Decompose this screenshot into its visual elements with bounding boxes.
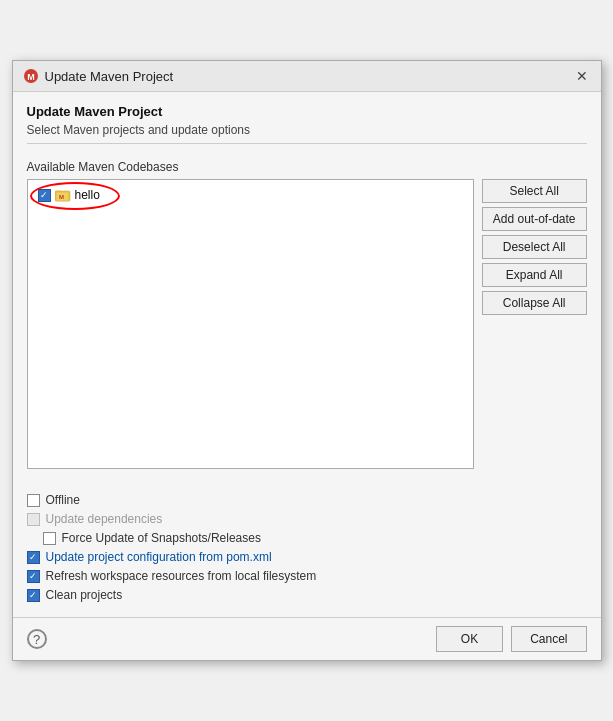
update-maven-dialog: M Update Maven Project ✕ Update Maven Pr… bbox=[12, 60, 602, 661]
expand-all-button[interactable]: Expand All bbox=[482, 263, 587, 287]
dialog-header: Update Maven Project Select Maven projec… bbox=[13, 92, 601, 150]
codebase-item-hello[interactable]: M hello bbox=[34, 186, 467, 204]
clean-projects-label: Clean projects bbox=[46, 588, 123, 602]
update-config-checkbox[interactable] bbox=[27, 551, 40, 564]
codebase-area: M hello Select All Add out-of-date Desel… bbox=[27, 179, 587, 469]
option-force-update: Force Update of Snapshots/Releases bbox=[27, 531, 587, 545]
title-bar-left: M Update Maven Project bbox=[23, 68, 174, 84]
dialog-body: Available Maven Codebases M bbox=[13, 150, 601, 493]
offline-checkbox[interactable] bbox=[27, 494, 40, 507]
header-divider bbox=[27, 143, 587, 144]
select-all-button[interactable]: Select All bbox=[482, 179, 587, 203]
close-button[interactable]: ✕ bbox=[573, 67, 591, 85]
maven-icon: M bbox=[23, 68, 39, 84]
help-button[interactable]: ? bbox=[27, 629, 47, 649]
cancel-button[interactable]: Cancel bbox=[511, 626, 586, 652]
update-deps-label: Update dependencies bbox=[46, 512, 163, 526]
svg-text:M: M bbox=[59, 194, 64, 200]
force-update-label: Force Update of Snapshots/Releases bbox=[62, 531, 261, 545]
ok-button[interactable]: OK bbox=[436, 626, 503, 652]
folder-icon: M bbox=[55, 188, 71, 202]
update-deps-checkbox bbox=[27, 513, 40, 526]
option-offline: Offline bbox=[27, 493, 587, 507]
option-update-deps: Update dependencies bbox=[27, 512, 587, 526]
option-update-config: Update project configuration from pom.xm… bbox=[27, 550, 587, 564]
update-config-label: Update project configuration from pom.xm… bbox=[46, 550, 272, 564]
header-subtitle: Select Maven projects and update options bbox=[27, 123, 587, 137]
clean-projects-checkbox[interactable] bbox=[27, 589, 40, 602]
header-title: Update Maven Project bbox=[27, 104, 587, 119]
svg-text:M: M bbox=[27, 72, 35, 82]
title-bar: M Update Maven Project ✕ bbox=[13, 61, 601, 92]
add-out-of-date-button[interactable]: Add out-of-date bbox=[482, 207, 587, 231]
codebase-list[interactable]: M hello bbox=[27, 179, 474, 469]
folder-svg: M bbox=[55, 188, 71, 202]
options-section: Offline Update dependencies Force Update… bbox=[13, 493, 601, 617]
option-refresh-workspace: Refresh workspace resources from local f… bbox=[27, 569, 587, 583]
hello-label: hello bbox=[75, 188, 100, 202]
option-clean-projects: Clean projects bbox=[27, 588, 587, 602]
hello-checkbox[interactable] bbox=[38, 189, 51, 202]
refresh-workspace-checkbox[interactable] bbox=[27, 570, 40, 583]
collapse-all-button[interactable]: Collapse All bbox=[482, 291, 587, 315]
section-label: Available Maven Codebases bbox=[27, 160, 587, 174]
dialog-title: Update Maven Project bbox=[45, 69, 174, 84]
deselect-all-button[interactable]: Deselect All bbox=[482, 235, 587, 259]
dialog-footer: ? OK Cancel bbox=[13, 617, 601, 660]
footer-buttons: OK Cancel bbox=[436, 626, 587, 652]
side-buttons: Select All Add out-of-date Deselect All … bbox=[482, 179, 587, 469]
offline-label: Offline bbox=[46, 493, 80, 507]
refresh-workspace-label: Refresh workspace resources from local f… bbox=[46, 569, 317, 583]
force-update-checkbox[interactable] bbox=[43, 532, 56, 545]
